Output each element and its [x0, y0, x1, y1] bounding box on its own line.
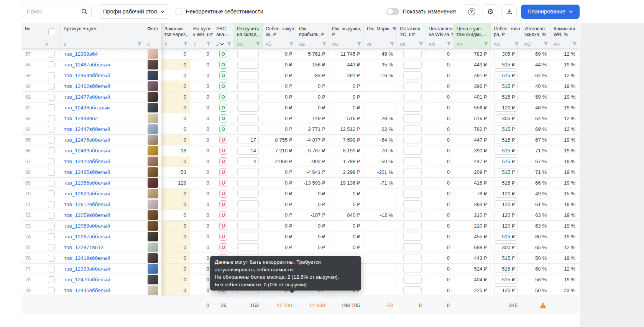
- stock-us-input[interactable]: [403, 82, 422, 90]
- article-link[interactable]: тов_12612вббелый: [64, 201, 110, 207]
- stock-us-input[interactable]: [403, 104, 422, 112]
- article-link[interactable]: тов_12419вббелый: [64, 255, 110, 261]
- item-cost-input[interactable]: 515 ₽: [494, 82, 518, 90]
- article-link[interactable]: тов_12476вббелый: [64, 137, 110, 143]
- ship-qty-input[interactable]: [237, 82, 259, 90]
- item-cost-input[interactable]: 515 ₽: [494, 125, 518, 133]
- stock-us-input[interactable]: [403, 222, 422, 230]
- item-cost-input[interactable]: 120 ₽: [494, 211, 518, 219]
- incorrect-costs-checkbox[interactable]: [176, 8, 182, 15]
- item-cost-input[interactable]: 515 ₽: [494, 233, 518, 241]
- article-link[interactable]: тов_12467вббелый: [64, 62, 110, 68]
- article-link[interactable]: тов_12462вббелый: [64, 83, 110, 89]
- article-link[interactable]: тов_12398в64: [64, 51, 98, 57]
- article-link[interactable]: тов_12420вббелый: [64, 159, 110, 164]
- article-link[interactable]: тов_12470вббелый: [64, 277, 110, 282]
- row-checkbox[interactable]: [48, 276, 55, 283]
- item-cost-input[interactable]: 515 ₽: [494, 61, 518, 69]
- item-cost-input[interactable]: 515 ₽: [494, 265, 518, 273]
- ship-qty-input[interactable]: [237, 93, 259, 101]
- article-link[interactable]: тов_12477вббелый: [64, 94, 110, 100]
- item-cost-input[interactable]: 515 ₽: [494, 157, 518, 165]
- sort-indicator-icon[interactable]: [220, 43, 224, 45]
- row-checkbox[interactable]: [48, 72, 55, 79]
- item-cost-input[interactable]: 120 ₽: [494, 190, 518, 198]
- ship-qty-input[interactable]: [237, 71, 259, 79]
- stock-us-input[interactable]: [403, 114, 422, 122]
- ship-qty-input[interactable]: [237, 50, 259, 58]
- row-checkbox[interactable]: [48, 287, 55, 294]
- ship-qty-input[interactable]: [237, 243, 259, 251]
- filter-funnel-icon[interactable]: [183, 42, 188, 46]
- filter-funnel-icon[interactable]: [572, 42, 577, 46]
- stock-us-input[interactable]: [403, 254, 422, 262]
- row-checkbox[interactable]: [48, 104, 55, 111]
- article-link[interactable]: тов_12464вббелый: [64, 73, 110, 78]
- ship-qty-input[interactable]: 17: [237, 136, 259, 144]
- ship-qty-input[interactable]: [237, 233, 259, 241]
- stock-us-input[interactable]: [403, 157, 422, 165]
- filter-funnel-icon[interactable]: [256, 42, 260, 46]
- item-cost-input[interactable]: 120 ₽: [494, 200, 518, 208]
- row-checkbox[interactable]: [48, 190, 55, 197]
- row-checkbox[interactable]: [48, 180, 55, 187]
- stock-us-input[interactable]: [403, 50, 422, 58]
- item-cost-input[interactable]: 515 ₽: [494, 179, 518, 187]
- stock-us-input[interactable]: [403, 233, 422, 241]
- filter-funnel-icon[interactable]: [447, 42, 451, 46]
- row-checkbox[interactable]: [48, 233, 55, 240]
- ship-qty-input[interactable]: [237, 190, 259, 198]
- row-checkbox[interactable]: [48, 223, 55, 230]
- row-checkbox[interactable]: [48, 51, 55, 58]
- row-checkbox[interactable]: [48, 169, 55, 176]
- ship-qty-input[interactable]: 14: [237, 147, 259, 155]
- ship-qty-input[interactable]: [237, 179, 259, 187]
- stock-us-input[interactable]: [403, 265, 422, 273]
- stock-us-input[interactable]: [403, 71, 422, 79]
- show-changes-toggle[interactable]: [386, 8, 399, 15]
- stock-us-input[interactable]: [403, 211, 422, 219]
- article-link[interactable]: тов_12058вббелый: [64, 223, 110, 229]
- article-link[interactable]: тов_12620вббелый: [64, 191, 110, 197]
- item-cost-input[interactable]: 515 ₽: [494, 71, 518, 79]
- item-cost-input[interactable]: 515 ₽: [494, 168, 518, 176]
- row-checkbox[interactable]: [48, 137, 55, 144]
- row-checkbox[interactable]: [48, 83, 55, 90]
- article-link[interactable]: тов_12059вббелый: [64, 212, 110, 218]
- stock-us-input[interactable]: [403, 136, 422, 144]
- filter-funnel-icon[interactable]: [227, 42, 232, 46]
- stock-us-input[interactable]: [403, 61, 422, 69]
- article-link[interactable]: тов_12356вббелый: [64, 180, 110, 186]
- article-link[interactable]: тов_12393вббелый: [64, 266, 110, 272]
- ship-qty-input[interactable]: [237, 125, 259, 133]
- stock-us-input[interactable]: [403, 147, 422, 155]
- stock-us-input[interactable]: [403, 200, 422, 208]
- row-checkbox[interactable]: [48, 266, 55, 272]
- stock-us-input[interactable]: [403, 93, 422, 101]
- warning-icon[interactable]: [539, 302, 547, 309]
- item-cost-input[interactable]: 305 ₽: [494, 50, 518, 58]
- filter-funnel-icon[interactable]: [289, 42, 294, 46]
- item-cost-input[interactable]: 305 ₽: [494, 114, 518, 122]
- ship-qty-input[interactable]: [237, 222, 259, 230]
- filter-funnel-icon[interactable]: [206, 42, 211, 46]
- row-checkbox[interactable]: [48, 244, 55, 251]
- filter-funnel-icon[interactable]: [514, 42, 519, 46]
- row-checkbox[interactable]: [48, 212, 55, 219]
- row-checkbox[interactable]: [48, 201, 55, 208]
- filter-funnel-icon[interactable]: [544, 42, 548, 46]
- ship-qty-input[interactable]: [237, 61, 259, 69]
- stock-us-input[interactable]: [403, 286, 422, 294]
- select-all-checkbox[interactable]: [48, 28, 55, 35]
- ship-qty-input[interactable]: [237, 200, 259, 208]
- stock-us-input[interactable]: [403, 243, 422, 251]
- article-link[interactable]: тов_12447вббелый: [64, 126, 110, 132]
- article-link[interactable]: тов_12489вббелый: [64, 148, 110, 154]
- stock-us-input[interactable]: [403, 179, 422, 187]
- stock-us-input[interactable]: [403, 190, 422, 198]
- search-input[interactable]: [26, 8, 79, 15]
- item-cost-input[interactable]: 515 ₽: [494, 93, 518, 101]
- item-cost-input[interactable]: 515 ₽: [494, 276, 518, 284]
- ship-qty-input[interactable]: [237, 104, 259, 112]
- stock-us-input[interactable]: [403, 276, 422, 284]
